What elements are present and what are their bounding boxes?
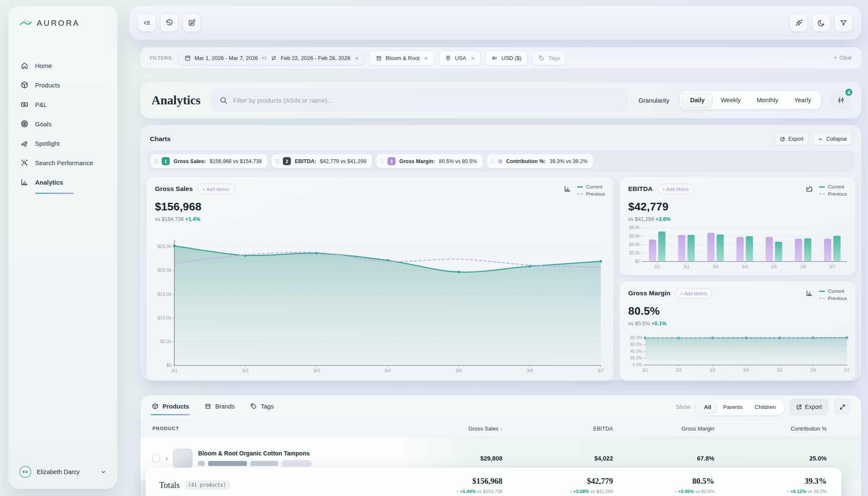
chart-type-toggle[interactable] [806,185,813,193]
metric-chip-gross-margin[interactable]: 3 Gross Margin: 80.5% vs 80.5% [377,154,483,168]
svg-text:3/7: 3/7 [597,368,604,373]
collapse-sidebar-button[interactable] [138,14,155,31]
remove-country-filter-icon[interactable]: × [471,55,475,61]
metric-delta: +0.1% [651,321,667,327]
filter-button[interactable] [835,14,852,31]
user-name: Elizabeth Darcy [37,469,80,475]
sidebar-item-analytics[interactable]: Analytics [19,172,106,192]
gross-sales-chart[interactable]: $0$5.0k$10.0k$15.0k$20.0k$25.0k3/13/23/3… [153,237,607,377]
drag-handle-icon[interactable] [155,159,158,164]
currency-filter-chip[interactable]: USD ($) [486,51,527,65]
sidebar-item-spotlight[interactable]: Spotlight [19,134,106,153]
sidebar-item-products[interactable]: Products [19,75,106,95]
svg-text:3/6: 3/6 [810,368,816,373]
svg-text:3/2: 3/2 [242,368,249,373]
brand-logo: AURORA [19,19,106,28]
column-header-gross-sales[interactable]: Gross Sales ↓ [397,425,502,432]
export-icon [780,136,785,142]
tag-icon [250,403,257,410]
drag-handle-icon[interactable] [491,159,494,164]
metric-settings-button[interactable]: 4 [832,91,850,109]
search-input[interactable] [233,97,619,104]
tags-filter-chip[interactable]: Tags [532,51,566,65]
moon-icon [817,19,825,27]
svg-text:3/2: 3/2 [676,368,682,373]
edit-button[interactable] [183,14,200,31]
metric-chip-gross-sales[interactable]: 1 Gross Sales: $156,968 vs $154,738 [151,154,267,168]
gross-margin-chart[interactable]: 0.0%20.0%40.0%60.0%80.0%3/13/23/33/43/53… [626,331,850,375]
expand-table-button[interactable] [834,399,850,415]
remove-brand-filter-icon[interactable]: × [424,55,428,61]
column-header-contribution[interactable]: Contribution % [714,425,827,432]
sidebar-item-label: Search Performance [35,159,93,166]
sidebar-item-pnl[interactable]: P&L [19,95,106,114]
svg-text:3/4: 3/4 [743,368,749,373]
granularity-weekly[interactable]: Weekly [713,93,749,107]
svg-text:$6.0k: $6.0k [629,234,640,238]
tab-brands[interactable]: Brands [204,403,235,415]
legend-current-label: Current [586,184,602,189]
show-all[interactable]: All [698,401,717,413]
asin-placeholder [208,461,247,466]
aurora-wave-icon [19,19,32,28]
metric-chip-ebitda[interactable]: 2 EBITDA: $42,779 vs $41,299 [272,154,372,168]
swap-icon [271,55,277,61]
metric-chip-value: $156,968 vs $154,738 [209,158,262,164]
ebitda-chart[interactable]: $0$2.0k$4.0k$6.0k$8.0k3/13/23/33/43/53/6… [626,224,850,272]
sidebar-item-search-performance[interactable]: Search Performance [19,153,106,172]
product-name[interactable]: Bloom & Root Organic Cotton Tampons [198,450,312,457]
show-parents[interactable]: Parents [717,401,749,413]
show-children[interactable]: Children [749,401,781,413]
charts-collapse-button[interactable]: Collapse [813,133,852,145]
remove-date-filter-icon[interactable]: × [355,55,359,61]
sidebar-item-home[interactable]: Home [19,56,106,75]
cell-contribution: 25.0% [714,455,827,462]
clear-filters-button[interactable]: × Clear [834,55,852,61]
drag-handle-icon[interactable] [276,159,279,164]
dark-mode-button[interactable] [813,14,830,31]
table-export-button[interactable]: Export [789,399,828,415]
metric-vs: vs $41,299 [628,216,654,222]
chart-type-toggle[interactable] [564,185,571,193]
add-metric-button[interactable]: + Add Metric [675,288,712,299]
currency-filter-value: USD ($) [502,55,521,61]
chart-type-toggle[interactable] [806,289,813,297]
metric-chip-contribution[interactable]: Contribution %: 39.3% vs 39.2% [487,154,593,168]
meta-icon-placeholder [198,461,205,466]
history-button[interactable] [161,14,178,31]
granularity-daily[interactable]: Daily [682,93,713,107]
user-menu[interactable]: ED Elizabeth Darcy [19,466,106,478]
row-expand-caret-icon[interactable]: › [165,455,168,462]
charts-export-button[interactable]: Export [775,133,808,145]
granularity-segmented-control: Daily Weekly Monthly Yearly [680,91,821,109]
add-metric-button[interactable]: + Add Metric [657,184,694,194]
product-search[interactable] [212,89,627,111]
date-range-filter-chip[interactable]: Mar 1, 2026 - Mar 7, 2026 vs Feb 22, 202… [179,51,365,65]
country-filter-chip[interactable]: USA × [439,51,481,65]
box-icon [20,81,29,89]
column-header-product[interactable]: PRODUCT [152,426,397,431]
date-vs-label: vs [262,55,267,61]
column-header-gross-margin[interactable]: Gross Margin [613,425,714,432]
tab-tags[interactable]: Tags [250,403,274,415]
svg-text:3/5: 3/5 [777,368,783,373]
brand-filter-chip[interactable]: Bloom & Root × [370,51,434,65]
svg-text:3/6: 3/6 [800,264,806,269]
sidebar-item-label: Analytics [35,179,63,186]
column-header-ebitda[interactable]: EBITDA [502,425,613,432]
previous-legend-swatch [819,298,825,299]
granularity-yearly[interactable]: Yearly [786,93,819,107]
row-checkbox[interactable] [152,455,160,462]
granularity-monthly[interactable]: Monthly [749,93,786,107]
totals-label: Totals [159,480,180,490]
sparkles-icon [795,19,803,27]
map-pin-icon [445,55,451,61]
tab-products[interactable]: Products [152,403,189,415]
metric-chip-label: EBITDA: [295,158,316,164]
add-metric-button[interactable]: + Add Metric [198,184,235,194]
drag-handle-icon[interactable] [380,159,384,164]
svg-text:$10.0k: $10.0k [157,315,171,320]
granularity-label: Granularity [638,97,669,104]
ai-assistant-button[interactable] [790,14,807,31]
sidebar-item-goals[interactable]: Goals [19,114,106,134]
